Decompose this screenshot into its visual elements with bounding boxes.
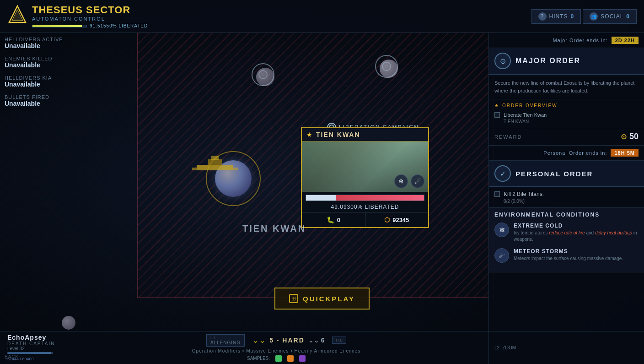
major-order-description: Secure the new line of combat Exosuits b… xyxy=(489,75,644,99)
planet-players-stat: 🐛 0 xyxy=(302,212,365,227)
helldivers-active-value: Unavailable xyxy=(5,42,96,49)
sector-text: Theseus Sector AUTOMATON CONTROL 91.5155… xyxy=(32,4,148,28)
diff-right-label: R1 xyxy=(336,338,343,342)
difficulty-right-btn[interactable]: R1 xyxy=(332,337,347,344)
cold-desc-h1: reduce rate of fire xyxy=(549,230,585,235)
reward-value-container: ⊙ 50 xyxy=(621,132,639,141)
platform-svg xyxy=(183,147,274,192)
diff-skull-icon: ⌄⌄ xyxy=(308,337,319,344)
enemies-killed-label: Enemies Killed xyxy=(5,56,96,61)
stat-helldivers-active: Helldivers Active Unavailable xyxy=(5,37,96,49)
mini-planet-3[interactable] xyxy=(62,316,75,330)
planet-popup-header: ★ TIEN KWAN xyxy=(302,128,428,141)
personal-order-ends-label: Personal Order ends in: xyxy=(543,150,607,156)
major-order-ends-row: Major Order ends in: 2D 22H xyxy=(489,33,644,48)
overview-task-item: Liberate Tien Kwan xyxy=(494,111,639,119)
planet-meteor-icon: ☄ xyxy=(411,174,424,188)
target-circle-2 xyxy=(375,55,398,78)
planet-icons: ❄ ☄ xyxy=(394,174,424,188)
xp-bar xyxy=(7,352,53,354)
hints-count: 0 xyxy=(571,13,574,20)
hints-label: HINTS xyxy=(549,13,568,20)
meteor-storms-desc: Meteors impact the surface causing massi… xyxy=(514,255,639,262)
major-order-time-badge: 2D 22H xyxy=(612,37,639,44)
bottom-bar: EchoApsey DEATH CAPTAIN Level 32 57444 /… xyxy=(0,331,488,364)
green-sample-gem xyxy=(275,355,282,362)
target-circle-1 xyxy=(252,63,274,86)
cold-desc-before: Icy temperatures xyxy=(514,230,549,235)
diff-left-text: ALLENGING xyxy=(210,340,241,345)
stat-helldivers-kia: Helldivers KIA Unavailable xyxy=(5,75,96,88)
personal-order-time-badge: 18H 5M xyxy=(611,149,639,157)
diff-chevron-left: ⌄⌄ xyxy=(252,335,266,345)
extreme-cold-name: EXTREME COLD xyxy=(514,223,639,229)
liberation-bar xyxy=(32,25,87,27)
main-planet-visual[interactable] xyxy=(210,156,256,201)
bottom-center: L1 ALLENGING ⌄⌄ 5 - HARD ⌄⌄ 6 R1 Operati… xyxy=(192,334,360,362)
svg-rect-3 xyxy=(208,159,222,166)
environmental-conditions: ENVIRONMENTAL CONDITIONS ❄ EXTREME COLD … xyxy=(489,208,644,272)
difficulty-row: L1 ALLENGING ⌄⌄ 5 - HARD ⌄⌄ 6 R1 xyxy=(206,334,346,347)
liberation-bar-fill xyxy=(32,25,82,27)
kill-task-section: Kill 2 Bile Titans. 0/2 (0.0%) xyxy=(489,187,644,208)
right-panel-bottom: L2 ZOOM xyxy=(488,331,644,364)
cold-desc-mid: and xyxy=(585,230,595,235)
planet-cold-icon: ❄ xyxy=(394,174,408,188)
hints-button[interactable]: ? HINTS 0 xyxy=(531,9,581,24)
sector-logo xyxy=(7,4,27,24)
overview-task-sub: TIEN KWAN xyxy=(494,119,639,124)
difficulty-display: ⌄⌄ 5 - HARD ⌄⌄ 6 xyxy=(252,335,324,345)
kill-progress: 0/2 (0.0%) xyxy=(494,199,639,204)
major-order-title: MAJOR ORDER xyxy=(515,57,580,65)
kill-checkbox xyxy=(494,191,500,197)
planet-credits-value: 92345 xyxy=(392,217,409,223)
credits-icon: ⬡ xyxy=(384,216,390,223)
bullets-fired-value: Unavailable xyxy=(5,100,96,107)
zoom-control[interactable]: L2 ZOOM xyxy=(494,345,516,350)
helldivers-active-label: Helldivers Active xyxy=(5,37,96,42)
personal-order-title: PERSONAL ORDER xyxy=(515,170,593,178)
planet-stats-row: 🐛 0 ⬡ 92345 xyxy=(302,212,428,227)
meteor-storms-text: METEOR STORMS Meteors impact the surface… xyxy=(514,248,639,262)
sector-faction: AUTOMATON CONTROL xyxy=(32,16,148,22)
planet-popup-title: TIEN KWAN xyxy=(316,131,360,138)
overview-label-text: ORDER OVERVIEW xyxy=(502,103,558,108)
sector-name: Theseus Sector xyxy=(32,4,148,16)
top-bar: Theseus Sector AUTOMATON CONTROL 91.5155… xyxy=(0,0,644,33)
extreme-cold-desc: Icy temperatures reduce rate of fire and… xyxy=(514,230,639,243)
purple-sample-gem xyxy=(299,355,306,362)
difficulty-left-btn[interactable]: L1 ALLENGING xyxy=(206,334,245,347)
samples-row: SAMPLES: xyxy=(247,355,306,362)
personal-order-header: ✓ PERSONAL ORDER xyxy=(489,161,644,187)
personal-order-ends-row: Personal Order ends in: 18H 5M xyxy=(489,146,644,161)
liberation-pct: 91.51550% LIBERATED xyxy=(90,23,148,28)
cold-desc-h2: delay heat buildup xyxy=(595,230,632,235)
planet-map-label: TIEN KWAN xyxy=(242,223,306,234)
quickplay-label: QUICKPLAY xyxy=(303,295,355,303)
svg-rect-2 xyxy=(233,168,238,170)
planet-lib-bar-red xyxy=(336,195,424,201)
env-conditions-title: ENVIRONMENTAL CONDITIONS xyxy=(494,212,639,218)
overview-checkbox xyxy=(494,112,500,118)
extreme-cold-item: ❄ EXTREME COLD Icy temperatures reduce r… xyxy=(494,223,639,243)
back-button[interactable]: BACK xyxy=(5,354,19,359)
enemies-killed-value: Unavailable xyxy=(5,61,96,69)
planet-star-icon: ★ xyxy=(306,131,312,138)
kill-task-row: Kill 2 Bile Titans. xyxy=(494,191,639,197)
diff-left-label: L1 xyxy=(210,336,241,340)
svg-marker-6 xyxy=(12,10,23,21)
overview-task-text: Liberate Tien Kwan xyxy=(504,112,547,118)
player-level: Level 32 xyxy=(7,346,71,351)
major-order-header: ⊙ MAJOR ORDER xyxy=(489,48,644,75)
quickplay-button[interactable]: ⊞ QUICKPLAY xyxy=(274,288,370,310)
planet-lib-bar-white xyxy=(306,195,336,201)
reward-section: REWARD ⊙ 50 xyxy=(489,128,644,146)
zoom-label: L2 xyxy=(494,345,499,350)
bullets-fired-label: Bullets Fired xyxy=(5,94,96,100)
players-icon: 🐛 xyxy=(327,216,334,223)
stat-enemies-killed: Enemies Killed Unavailable xyxy=(5,56,96,69)
planet-popup[interactable]: ★ TIEN KWAN ❄ ☄ 49.09300% LIBERATED 🐛 0 xyxy=(301,127,429,228)
planet-liberation-bar-container xyxy=(302,192,428,202)
social-button[interactable]: 👥 SOCIAL 0 xyxy=(583,9,637,24)
order-overview: ★ ORDER OVERVIEW Liberate Tien Kwan TIEN… xyxy=(489,99,644,128)
